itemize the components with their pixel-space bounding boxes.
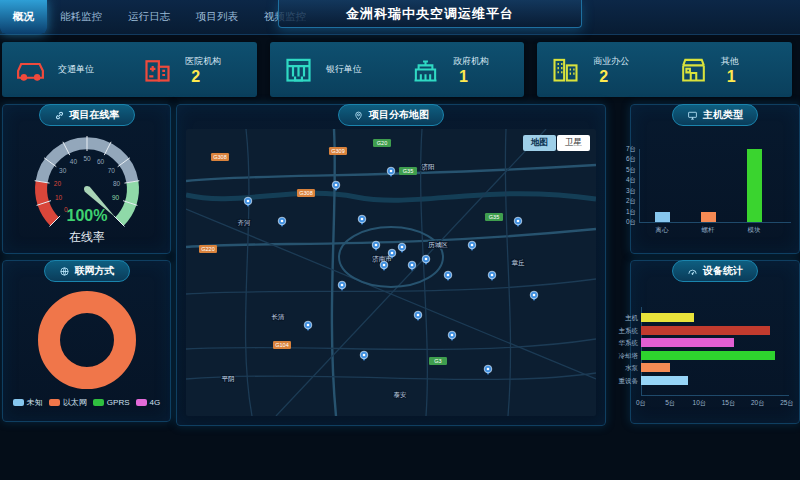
bar-水泵: [641, 363, 670, 372]
map-place-label: 泰安: [394, 391, 408, 399]
y-tick-label: 6台: [615, 155, 636, 164]
panel-device-stats: 主机主系统华系统冷却塔水泵重设备0台5台10台15台20台25台 设备统计: [630, 260, 800, 424]
government-icon: [409, 53, 442, 86]
stat-card-3[interactable]: 商业办公2其他1: [537, 42, 792, 97]
map-canvas[interactable]: G308G309G20G35G220G308G104G3G35 济阳齐河章丘长清…: [186, 129, 596, 416]
x-tick-label: 0台: [629, 399, 653, 408]
bar-冷却塔: [641, 351, 775, 360]
svg-text:20: 20: [53, 180, 61, 187]
stat-value: 1: [459, 68, 489, 85]
panel-title: 项目在线率: [39, 104, 135, 126]
tab-run-logs[interactable]: 运行日志: [115, 0, 183, 34]
panel-network-type: 未知以太网GPRS4G 联网方式: [2, 260, 171, 422]
tab-project-list[interactable]: 项目列表: [183, 0, 251, 34]
svg-text:70: 70: [107, 167, 115, 174]
road-badge: G308: [297, 189, 315, 197]
svg-text:50: 50: [83, 155, 91, 162]
map-btn-satellite[interactable]: 卫星: [557, 135, 590, 151]
stat-label: 其他: [721, 55, 739, 68]
bar-离心: [655, 212, 670, 222]
svg-text:在线率: 在线率: [69, 230, 105, 244]
panel-title-text: 项目在线率: [70, 108, 120, 122]
road-badge: G309: [329, 147, 347, 155]
panel-project-map: G308G309G20G35G220G308G104G3G35 济阳齐河章丘长清…: [176, 104, 606, 426]
tab-energy-monitor[interactable]: 能耗监控: [47, 0, 115, 34]
bank-icon: [282, 53, 315, 86]
host-type-bar-chart: 0台1台2台3台4台5台6台7台离心螺杆模块: [631, 105, 799, 253]
map-place-label: 长清: [272, 313, 286, 321]
panel-title-text: 设备统计: [703, 264, 743, 278]
svg-text:G220: G220: [201, 246, 214, 252]
x-category-label: 模块: [734, 226, 774, 235]
project-pin[interactable]: [398, 243, 406, 253]
stat-value: 2: [599, 68, 629, 85]
y-tick-label: 4台: [615, 176, 636, 185]
y-category-label: 水泵: [613, 364, 638, 373]
project-pin[interactable]: [484, 365, 492, 375]
y-category-label: 主系统: [613, 327, 638, 336]
stat-label: 银行单位: [326, 63, 362, 76]
nav-tabs: 概况能耗监控运行日志项目列表视频监控: [0, 0, 319, 34]
link-icon: [54, 110, 65, 121]
project-pin[interactable]: [358, 215, 366, 225]
legend-swatch: [49, 399, 60, 406]
y-tick-label: 2台: [615, 197, 636, 206]
project-pin[interactable]: [244, 197, 252, 207]
y-tick-label: 7台: [615, 145, 636, 154]
project-pin[interactable]: [488, 271, 496, 281]
x-tick-label: 25台: [775, 399, 799, 408]
y-tick-label: 3台: [615, 187, 636, 196]
project-pin[interactable]: [304, 321, 312, 331]
road-badge: G3: [429, 357, 447, 365]
panel-online-rate: 0102030405060708090100%在线率 项目在线率: [2, 104, 171, 254]
svg-text:G3: G3: [434, 358, 441, 364]
svg-text:30: 30: [59, 167, 67, 174]
stat-card-1[interactable]: 交通单位医院机构2: [2, 42, 257, 97]
stat-item: 商业办公2: [537, 53, 664, 86]
project-pin[interactable]: [468, 241, 476, 251]
project-pin[interactable]: [448, 331, 456, 341]
stat-item: 政府机构1: [397, 53, 524, 86]
y-category-label: 华系统: [613, 339, 638, 348]
y-category-label: 主机: [613, 314, 638, 323]
project-pin[interactable]: [444, 271, 452, 281]
stat-item: 医院机构2: [129, 53, 256, 86]
panel-host-type: 0台1台2台3台4台5台6台7台离心螺杆模块 主机类型: [630, 104, 800, 254]
legend-item-未知[interactable]: 未知: [13, 397, 43, 408]
tab-overview[interactable]: 概况: [0, 0, 47, 34]
panel-title: 项目分布地图: [338, 104, 444, 126]
gauge-icon: [687, 266, 698, 277]
bar-重设备: [641, 376, 688, 385]
donut-svg: [5, 283, 169, 395]
project-pin[interactable]: [360, 351, 368, 361]
dashboard: 概况能耗监控运行日志项目列表视频监控 金洲科瑞中央空调运维平台 交通单位医院机构…: [0, 0, 800, 480]
svg-text:G35: G35: [489, 214, 499, 220]
project-pin[interactable]: [372, 241, 380, 251]
stat-label: 医院机构: [185, 55, 221, 68]
project-pin[interactable]: [514, 217, 522, 227]
legend-item-4G[interactable]: 4G: [136, 398, 161, 407]
network-legend: 未知以太网GPRS4G: [13, 397, 160, 408]
project-pin[interactable]: [278, 217, 286, 227]
map-graphic: G308G309G20G35G220G308G104G3G35 济阳齐河章丘长清…: [186, 129, 596, 416]
project-pin[interactable]: [380, 261, 388, 271]
car-icon: [14, 53, 47, 86]
svg-text:G308: G308: [213, 154, 226, 160]
legend-swatch: [13, 399, 24, 406]
project-pin[interactable]: [387, 167, 395, 177]
stat-item: 银行单位: [270, 53, 397, 86]
svg-text:60: 60: [96, 158, 104, 165]
legend-item-GPRS[interactable]: GPRS: [93, 398, 130, 407]
bar-主机: [641, 313, 694, 322]
top-navbar: 概况能耗监控运行日志项目列表视频监控 金洲科瑞中央空调运维平台: [0, 0, 800, 35]
project-pin[interactable]: [530, 291, 538, 301]
stat-label: 商业办公: [593, 55, 629, 68]
stat-card-2[interactable]: 银行单位政府机构1: [270, 42, 525, 97]
map-place-label: 章丘: [512, 259, 526, 266]
project-pin[interactable]: [414, 311, 422, 321]
project-pin[interactable]: [338, 281, 346, 291]
map-btn-map[interactable]: 地图: [523, 135, 556, 151]
panel-title-text: 项目分布地图: [369, 108, 429, 122]
legend-item-以太网[interactable]: 以太网: [49, 397, 87, 408]
panel-title: 设备统计: [672, 260, 758, 282]
